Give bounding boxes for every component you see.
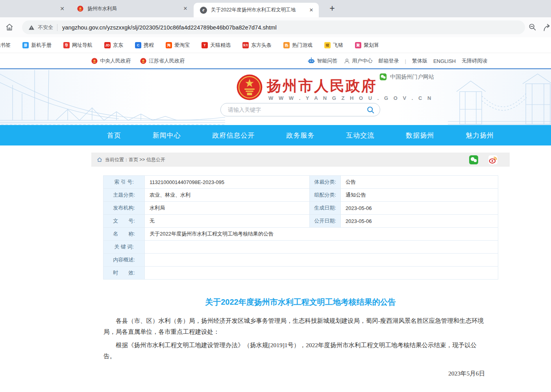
tab-title: 关于2022年度扬州市水利工程文明工地 xyxy=(211,7,305,13)
english-link[interactable]: ENGLISH xyxy=(433,58,456,64)
security-status-label[interactable]: 不安全 xyxy=(38,24,53,31)
url-text[interactable]: yangzhou.gov.cn/yzszxxgk/slj/202305/210c… xyxy=(62,24,277,31)
bookmark-phone-bookmarks[interactable]: 机书签 xyxy=(0,42,11,49)
juhuasuan-icon: 聚 xyxy=(355,42,361,48)
smart-qa-label: 智能问答 xyxy=(317,57,338,64)
bookmark-label: 爱淘宝 xyxy=(174,42,190,49)
search-icon[interactable] xyxy=(366,106,375,114)
share-icon[interactable] xyxy=(542,23,551,32)
table-row: 关 键 词: xyxy=(104,241,498,254)
wechat-share-icon[interactable] xyxy=(469,155,479,165)
bookmark-label: 天猫精选 xyxy=(210,42,231,49)
link-central-government[interactable]: 中央人民政府 xyxy=(91,57,131,64)
bookmark-ctrip[interactable]: C 携程 xyxy=(135,42,154,49)
national-emblem-logo xyxy=(236,74,263,101)
table-row: 内容概述: xyxy=(104,254,498,267)
tab-active-announcement[interactable]: e 关于2022年度扬州市水利工程文明工地 ✕ xyxy=(194,3,319,17)
fliggy-icon: 猪 xyxy=(324,42,331,48)
bookmark-label: 新机手册 xyxy=(31,42,52,49)
address-bar[interactable]: 不安全 yangzhou.gov.cn/yzszxxgk/slj/202305/… xyxy=(22,20,525,34)
field-label: 名 称: xyxy=(104,228,145,241)
field-label: 关 键 词: xyxy=(104,241,145,254)
traditional-chinese-link[interactable]: 繁体版 xyxy=(412,57,427,64)
user-center-link[interactable]: 用户中心 xyxy=(344,57,373,64)
breadcrumb-label[interactable]: 当前位置：首页 >> 信息公开 xyxy=(105,156,165,163)
field-value: 公告 xyxy=(341,176,498,189)
field-value xyxy=(145,254,498,267)
bookmark-fliggy[interactable]: 猪 飞猪 xyxy=(324,42,343,49)
weibo-share-icon[interactable] xyxy=(488,155,498,165)
nav-item-charm-yangzhou[interactable]: 魅力扬州 xyxy=(466,131,494,140)
jd-icon: JD xyxy=(104,42,111,48)
zoom-out-icon[interactable] xyxy=(528,23,537,31)
bookmark-jd[interactable]: JD 京东 xyxy=(104,42,123,49)
accessibility-link[interactable]: 无障碍阅读 xyxy=(462,57,487,64)
bookmark-label: 聚划算 xyxy=(364,42,379,49)
browser-window: ✕ 扬州市水利局 ✕ e 关于2022年度扬州市水利工程文明工地 ✕ + xyxy=(0,0,551,392)
games-icon: 热 xyxy=(283,42,290,48)
tab-title: 扬州市水利局 xyxy=(87,6,179,12)
field-label: 内容概述: xyxy=(104,254,145,267)
link-jiangsu-government[interactable]: 江苏省人民政府 xyxy=(140,57,185,64)
page-content: 当前位置：首页 >> 信息公开 索 引 号: xyxy=(91,153,510,392)
tab-close-icon[interactable]: ✕ xyxy=(182,5,189,12)
tab-close-icon[interactable]: ✕ xyxy=(308,7,315,14)
bridge-lineart-left xyxy=(0,70,225,125)
site-search xyxy=(220,103,380,116)
bookmark-aitaobao[interactable]: 淘 爱淘宝 xyxy=(166,42,190,49)
nav-item-data-yangzhou[interactable]: 数据扬州 xyxy=(406,131,434,140)
article-body: 各县（市、区）水利（务）局，扬州经济开发区城乡事务管理局，生态科技新城规划建设局… xyxy=(104,315,485,392)
nav-item-info-disclosure[interactable]: 政府信息公开 xyxy=(213,131,255,140)
national-emblem-icon xyxy=(91,58,98,64)
bookmark-label: 热门游戏 xyxy=(292,42,312,49)
not-secure-warning-icon xyxy=(28,24,35,31)
table-row: 主题分类: 农业、林业、水利 组配分类: 通知公告 xyxy=(104,189,498,202)
field-value xyxy=(145,267,498,280)
mail-login-link[interactable]: 邮箱登录 xyxy=(379,57,399,64)
field-label: 生成日期: xyxy=(310,202,341,215)
site-header: 扬州市人民政府 W W W . Y A N G Z H O U . G O V … xyxy=(0,70,551,125)
national-emblem-icon xyxy=(140,58,146,64)
nav-item-services[interactable]: 政务服务 xyxy=(286,131,314,140)
bridge-lineart-right xyxy=(448,70,551,125)
tab-yangzhou-water-bureau[interactable]: 扬州市水利局 ✕ xyxy=(70,0,193,17)
nav-item-news[interactable]: 新闻中心 xyxy=(153,131,181,140)
nav-item-interaction[interactable]: 互动交流 xyxy=(346,131,374,140)
field-label: 文 号: xyxy=(104,215,145,228)
wechat-icon xyxy=(379,73,387,81)
field-value: 通知公告 xyxy=(341,189,498,202)
bookmark-label: 东方头条 xyxy=(251,42,272,49)
bookmark-hot-games[interactable]: 热 热门游戏 xyxy=(283,42,312,49)
bookmark-eastday[interactable]: 东方 东方头条 xyxy=(242,42,272,49)
bookmark-juhuasuan[interactable]: 聚 聚划算 xyxy=(355,42,379,49)
taobao-icon: 淘 xyxy=(166,42,172,48)
field-value: 无 xyxy=(145,215,310,228)
main-navigation: 首页 新闻中心 政府信息公开 政务服务 互动交流 数据扬州 魅力扬州 xyxy=(0,125,551,145)
bookmark-tmall[interactable]: T 天猫精选 xyxy=(202,42,231,49)
field-value: 农业、林业、水利 xyxy=(145,189,310,202)
omnibox-divider xyxy=(57,24,57,31)
manual-icon: 册 xyxy=(22,42,29,48)
field-value: 2023-05-06 xyxy=(341,202,498,215)
bookmark-label: 机书签 xyxy=(0,42,11,49)
article-paragraph: 各县（市、区）水利（务）局，扬州经济开发区城乡事务管理局，生态科技新城规划建设局… xyxy=(104,315,485,337)
offscreen-tab-close-icon[interactable]: ✕ xyxy=(58,5,66,13)
search-input[interactable] xyxy=(228,107,366,113)
navigation-icon: 导 xyxy=(63,42,70,48)
bookmark-site-navigation[interactable]: 导 网址导航 xyxy=(63,42,92,49)
tab-bar: ✕ 扬州市水利局 ✕ e 关于2022年度扬州市水利工程文明工地 ✕ + xyxy=(0,0,551,17)
divider: | xyxy=(405,58,406,64)
portal-badge[interactable]: 中国扬州门户网站 xyxy=(379,73,434,81)
nav-item-home[interactable]: 首页 xyxy=(107,131,121,140)
bookmark-new-phone-manual[interactable]: 册 新机手册 xyxy=(22,42,52,49)
site-title[interactable]: 扬州市人民政府 xyxy=(267,76,377,96)
table-row: 时 效: xyxy=(104,267,498,280)
article-date: 2023年5月6日 xyxy=(104,368,485,379)
home-icon[interactable] xyxy=(5,23,14,31)
new-tab-button[interactable]: + xyxy=(327,3,338,14)
bookmark-label: 网址导航 xyxy=(72,42,92,49)
portal-label: 中国扬州门户网站 xyxy=(390,74,434,81)
smart-qa-link[interactable]: 智能问答 xyxy=(307,57,338,65)
table-row: 名 称: 关于2022年度扬州市水利工程文明工地考核结果的公告 xyxy=(104,228,498,241)
user-center-label: 用户中心 xyxy=(352,57,373,64)
